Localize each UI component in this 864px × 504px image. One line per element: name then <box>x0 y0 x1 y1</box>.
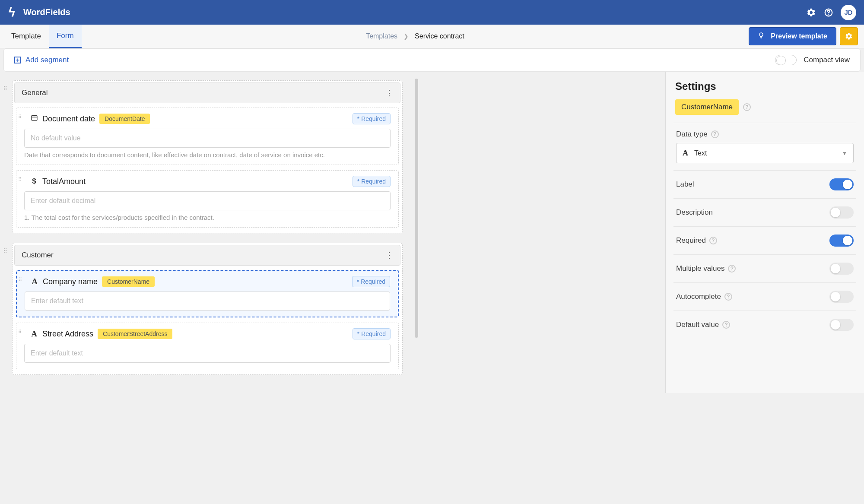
tab-form[interactable]: Form <box>49 25 82 48</box>
field-label: Company name <box>43 277 98 286</box>
field-company-name[interactable]: ⠿ A Company name CustomerName * Required <box>16 270 399 317</box>
drag-handle-icon[interactable]: ⠿ <box>3 85 8 92</box>
avatar[interactable]: JD <box>841 5 856 20</box>
help-icon[interactable]: ? <box>711 130 719 138</box>
field-help: 1. The total cost for the services/produ… <box>24 214 391 221</box>
text-icon: A <box>31 277 38 286</box>
help-icon[interactable]: ? <box>728 265 736 273</box>
gear-icon[interactable] <box>803 4 820 21</box>
segment-general: ⠿ General ⋮ ⠿ Document date DocumentDate… <box>12 80 403 233</box>
drag-handle-icon[interactable]: ⠿ <box>18 177 22 182</box>
toolbar: Template Form Templates ❯ Service contra… <box>0 25 864 48</box>
svg-point-1 <box>828 14 829 14</box>
segment-title: General <box>22 89 48 97</box>
datatype-value: Text <box>694 149 707 157</box>
toggle-multiple-values[interactable] <box>829 263 854 275</box>
help-icon[interactable]: ? <box>743 103 751 111</box>
text-icon: A <box>683 149 688 158</box>
field-help: Date that corresponds to document conten… <box>24 151 391 158</box>
help-icon[interactable] <box>820 4 837 21</box>
logo-icon: ϟ <box>8 5 16 19</box>
chevron-down-icon: ▼ <box>842 150 847 156</box>
toggle-description[interactable] <box>829 206 854 219</box>
segment-customer: ⠿ Customer ⋮ ⠿ A Company name CustomerNa… <box>12 243 403 375</box>
default-value-input[interactable] <box>24 344 391 363</box>
drag-handle-icon[interactable]: ⠿ <box>18 329 22 335</box>
segment-title: Customer <box>22 251 54 260</box>
preview-label: Preview template <box>771 32 827 40</box>
add-segment-label: Add segment <box>25 56 69 64</box>
field-total-amount[interactable]: ⠿ $ TotalAmount * Required 1. The total … <box>16 170 399 228</box>
toggle-required[interactable] <box>829 235 854 247</box>
toggle-default-value-label: Default value <box>676 320 719 329</box>
sub-toolbar: + Add segment Compact view <box>3 48 861 72</box>
help-icon[interactable]: ? <box>722 321 730 329</box>
field-label: Document date <box>42 114 95 124</box>
template-settings-button[interactable] <box>840 27 858 45</box>
svg-rect-2 <box>32 116 37 120</box>
add-segment-button[interactable]: + Add segment <box>14 56 69 64</box>
field-tag: CustomerStreetAddress <box>98 329 172 339</box>
default-value-input[interactable] <box>24 129 391 148</box>
segment-header[interactable]: General ⋮ <box>14 82 400 103</box>
help-icon[interactable]: ? <box>724 293 732 301</box>
scrollbar[interactable] <box>415 79 418 338</box>
drag-handle-icon[interactable]: ⠿ <box>18 114 22 120</box>
breadcrumb-templates[interactable]: Templates <box>366 32 397 40</box>
more-icon[interactable]: ⋮ <box>385 88 393 98</box>
field-street-address[interactable]: ⠿ A Street Address CustomerStreetAddress… <box>16 323 399 369</box>
app-name: WordFields <box>23 7 70 17</box>
text-icon: A <box>30 329 38 339</box>
datatype-select[interactable]: A Text ▼ <box>676 143 854 163</box>
required-badge: * Required <box>353 113 391 124</box>
settings-sidebar: Settings CustomerName ? Data type ? A Te… <box>665 72 864 393</box>
tab-template[interactable]: Template <box>3 25 49 48</box>
required-badge: * Required <box>353 328 391 339</box>
settings-title: Settings <box>673 80 856 92</box>
toggle-description-label: Description <box>676 208 713 217</box>
datatype-label: Data type <box>676 130 708 139</box>
preview-template-button[interactable]: Preview template <box>749 27 836 45</box>
segment-header[interactable]: Customer ⋮ <box>14 245 400 266</box>
help-icon[interactable]: ? <box>709 237 717 244</box>
required-badge: * Required <box>352 276 390 287</box>
lightbulb-icon <box>758 32 765 41</box>
drag-handle-icon[interactable]: ⠿ <box>3 247 8 254</box>
breadcrumb-current: Service contract <box>415 32 464 40</box>
breadcrumb: Templates ❯ Service contract <box>82 32 749 40</box>
compact-view-switch[interactable] <box>775 55 797 65</box>
default-value-input[interactable] <box>25 292 390 311</box>
field-tag: CustomerName <box>102 276 155 287</box>
drag-handle-icon[interactable]: ⠿ <box>19 277 22 282</box>
form-canvas: ⠿ General ⋮ ⠿ Document date DocumentDate… <box>0 72 415 393</box>
calendar-icon <box>30 114 38 124</box>
toggle-label[interactable] <box>829 178 854 190</box>
toggle-label-label: Label <box>676 180 694 189</box>
plus-icon: + <box>14 57 21 63</box>
toggle-autocomplete[interactable] <box>829 291 854 303</box>
toggle-required-label: Required <box>676 236 706 245</box>
selected-field-tag: CustomerName <box>675 99 739 115</box>
toggle-multiple-label: Multiple values <box>676 264 724 273</box>
toggle-autocomplete-label: Autocomplete <box>676 292 721 301</box>
compact-view-label: Compact view <box>804 56 850 64</box>
field-document-date[interactable]: ⠿ Document date DocumentDate * Required … <box>16 108 399 165</box>
dollar-icon: $ <box>30 177 38 186</box>
field-tag: DocumentDate <box>99 114 150 124</box>
chevron-right-icon: ❯ <box>403 33 409 40</box>
required-badge: * Required <box>353 176 391 187</box>
toggle-default-value[interactable] <box>829 319 854 331</box>
field-label: Street Address <box>42 330 93 339</box>
app-header: ϟ WordFields JD <box>0 0 864 25</box>
field-label: TotalAmount <box>42 177 86 186</box>
default-value-input[interactable] <box>24 191 391 210</box>
more-icon[interactable]: ⋮ <box>385 250 393 260</box>
